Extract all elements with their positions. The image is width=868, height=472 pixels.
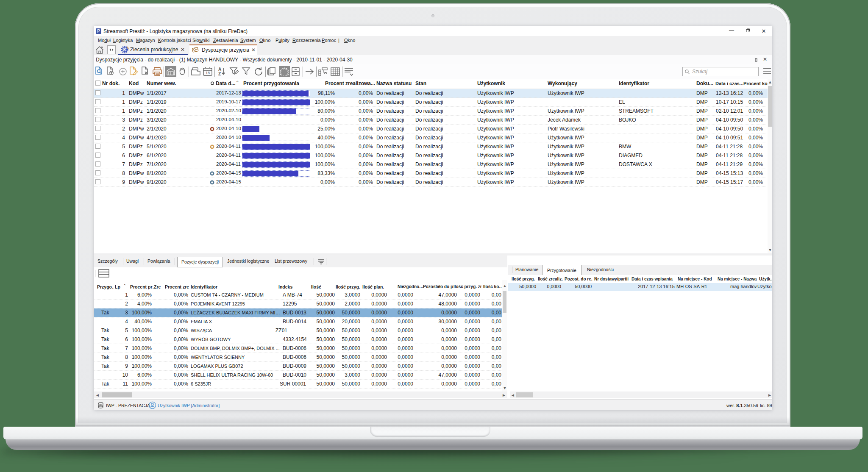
svg-text:A: A [218,67,221,72]
svg-text:Z: Z [218,72,221,76]
svg-text:18: 18 [206,71,210,75]
